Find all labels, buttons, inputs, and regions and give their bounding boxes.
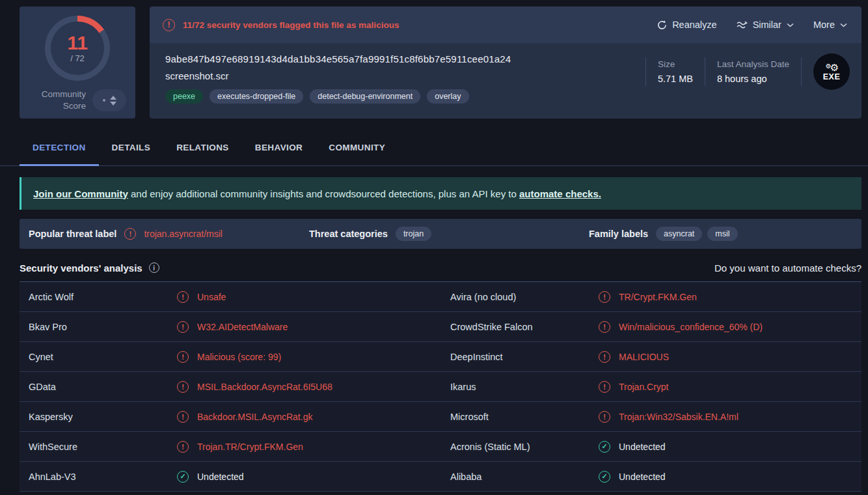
vote-down-icon[interactable] — [110, 102, 116, 106]
status-icon: ! — [177, 321, 189, 333]
automate-checks-prompt: Do you want to automate checks? — [714, 262, 861, 274]
last-analysis-value: 8 hours ago — [717, 74, 789, 84]
vote-dot-icon — [103, 99, 105, 102]
threat-category-pill[interactable]: trojan — [396, 227, 431, 241]
vendor-name: WithSecure — [29, 442, 177, 452]
status-icon: ! — [599, 411, 610, 423]
vote-up-icon[interactable] — [110, 96, 116, 100]
file-tag-row: peexe executes-dropped-file detect-debug… — [165, 89, 861, 104]
vendor-name: Cynet — [29, 352, 177, 362]
detection-result: !MALICIOUS — [599, 351, 861, 363]
detection-score-value: 11 — [67, 33, 88, 53]
tab-detection[interactable]: DETECTION — [20, 130, 99, 166]
tab-relations[interactable]: RELATIONS — [163, 130, 242, 166]
banner-text: and enjoy additional community insights … — [128, 188, 519, 199]
detection-result: !Trojan:Win32/Sabsik.EN.A!ml — [599, 411, 861, 423]
status-icon: ! — [177, 441, 189, 453]
detection-result: !W32.AIDetectMalware — [177, 321, 450, 333]
chevron-down-icon — [840, 23, 847, 27]
vendor-name: Microsoft — [450, 412, 599, 422]
last-analysis-stat: Last Analysis Date 8 hours ago — [717, 59, 789, 84]
vote-carets[interactable] — [110, 96, 116, 106]
status-icon: ! — [599, 291, 610, 303]
status-icon: ✓ — [177, 471, 189, 483]
file-size-stat: Size 5.71 MB — [658, 59, 693, 84]
status-icon: ! — [177, 291, 189, 303]
detection-result: ✓Undetected — [177, 471, 450, 483]
family-labels-label: Family labels — [589, 229, 648, 239]
vendor-name: Arctic Wolf — [29, 292, 177, 302]
vendor-name: AhnLab-V3 — [29, 472, 177, 482]
tab-behavior[interactable]: BEHAVIOR — [242, 130, 316, 166]
refresh-icon — [657, 20, 667, 30]
gears-icon: ⚙⚙ — [826, 63, 837, 72]
threat-categories-label: Threat categories — [309, 229, 388, 239]
vendor-name: Bkav Pro — [29, 322, 177, 332]
alert-icon: ! — [163, 19, 175, 31]
alert-message: 11/72 security vendors flagged this file… — [183, 20, 399, 30]
vendor-name: Kaspersky — [29, 412, 177, 422]
more-button[interactable]: More — [813, 20, 847, 30]
detection-result: ✓Undetected — [599, 471, 861, 483]
reanalyze-button[interactable]: Reanalyze — [657, 20, 717, 30]
file-tag[interactable]: overlay — [427, 89, 468, 104]
detection-result: !Trojan.Crypt — [599, 381, 861, 393]
threat-classification-link[interactable]: trojan.asyncrat/msil — [144, 229, 223, 239]
table-row: WithSecure !Trojan.TR/Crypt.FKM.Gen Acro… — [20, 432, 861, 462]
file-tag[interactable]: executes-dropped-file — [210, 89, 303, 104]
join-community-link[interactable]: Join our Community — [33, 188, 128, 199]
vendor-name: DeepInstinct — [450, 352, 599, 362]
file-tag[interactable]: detect-debug-environment — [310, 89, 420, 104]
vendor-name: GData — [29, 382, 177, 392]
family-label-pill[interactable]: asyncrat — [656, 227, 702, 241]
vendor-name: CrowdStrike Falcon — [450, 322, 599, 332]
join-community-banner: Join our Community and enjoy additional … — [20, 177, 861, 210]
detection-result: !Malicious (score: 99) — [177, 351, 450, 363]
detection-score-card: 11 / 72 Community Score — [20, 7, 135, 119]
vendors-analysis-title: Security vendors' analysis — [20, 262, 142, 274]
table-row: Bkav Pro !W32.AIDetectMalware CrowdStrik… — [20, 312, 861, 342]
alert-icon: ! — [124, 228, 136, 240]
detection-score-ring: 11 / 72 — [45, 16, 110, 81]
vendors-analysis-header: Security vendors' analysis i Do you want… — [20, 258, 861, 277]
chevron-down-icon — [787, 23, 794, 27]
table-row: AhnLab-V3 ✓Undetected Alibaba ✓Undetecte… — [20, 462, 861, 492]
divider — [645, 57, 646, 86]
vendor-name: Avira (no cloud) — [450, 292, 599, 302]
similar-waves-icon — [737, 21, 748, 29]
status-icon: ✓ — [599, 471, 610, 483]
family-label-pill[interactable]: msil — [707, 227, 737, 241]
community-score-label: Community Score — [33, 89, 86, 112]
table-row: Arctic Wolf !Unsafe Avira (no cloud) !TR… — [20, 282, 861, 312]
detection-result: !Trojan.TR/Crypt.FKM.Gen — [177, 441, 450, 453]
file-size-value: 5.71 MB — [658, 74, 693, 84]
status-icon: ! — [599, 321, 610, 333]
table-row: GData !MSIL.Backdoor.AsyncRat.6I5U68 Ika… — [20, 372, 861, 402]
detection-result: !Backdoor.MSIL.AsyncRat.gk — [177, 411, 450, 423]
status-icon: ! — [599, 381, 610, 393]
table-row: Kaspersky !Backdoor.MSIL.AsyncRat.gk Mic… — [20, 402, 861, 432]
tab-community[interactable]: COMMUNITY — [316, 130, 398, 166]
community-vote-widget[interactable] — [92, 89, 126, 111]
tab-bar: DETECTION DETAILS RELATIONS BEHAVIOR COM… — [0, 130, 868, 166]
status-icon: ! — [177, 381, 189, 393]
detection-result: !MSIL.Backdoor.AsyncRat.6I5U68 — [177, 381, 450, 393]
tab-details[interactable]: DETAILS — [99, 130, 164, 166]
vendors-table: Arctic Wolf !Unsafe Avira (no cloud) !TR… — [20, 281, 861, 492]
detection-result: !TR/Crypt.FKM.Gen — [599, 291, 861, 303]
status-icon: ! — [177, 351, 189, 363]
filetype-exe-icon: ⚙⚙ EXE — [813, 53, 850, 90]
similar-button[interactable]: Similar — [737, 20, 794, 30]
threat-label-row: Popular threat label ! trojan.asyncrat/m… — [20, 219, 861, 249]
detection-alert-bar: ! 11/72 security vendors flagged this fi… — [150, 7, 861, 43]
info-icon[interactable]: i — [149, 262, 159, 273]
automate-checks-link[interactable]: automate checks. — [519, 188, 601, 199]
table-row: Cynet !Malicious (score: 99) DeepInstinc… — [20, 342, 861, 372]
vendor-name: Alibaba — [450, 472, 599, 482]
detection-result: ✓Undetected — [599, 441, 861, 453]
detection-result: !Unsafe — [177, 291, 450, 303]
vendor-name: Ikarus — [450, 382, 599, 392]
detection-result: !Win/malicious_confidence_60% (D) — [599, 321, 861, 333]
file-tag[interactable]: peexe — [165, 89, 203, 104]
vendor-name: Acronis (Static ML) — [450, 442, 599, 452]
